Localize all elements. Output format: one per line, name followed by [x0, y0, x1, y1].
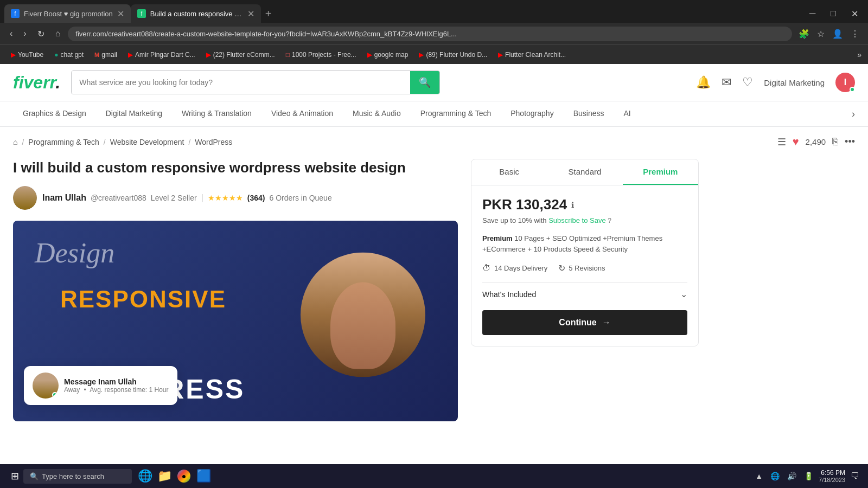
- favorites-heart-icon[interactable]: ♡: [742, 75, 753, 89]
- messages-icon[interactable]: ✉: [722, 75, 731, 89]
- subscribe-link[interactable]: Subscribe to Save: [548, 216, 606, 224]
- seller-avatar[interactable]: [13, 186, 37, 210]
- reload-button[interactable]: ↻: [34, 27, 48, 41]
- cat-digital-marketing[interactable]: Digital Marketing: [96, 101, 172, 126]
- bookmark-flutter-ecomm[interactable]: ▶ (22) Flutter eComm...: [202, 49, 279, 60]
- tab-close-1[interactable]: ✕: [117, 9, 124, 19]
- bookmark-gmail[interactable]: M gmail: [90, 49, 122, 60]
- cat-graphics-design[interactable]: Graphics & Design: [13, 101, 96, 126]
- bookmark-1000-projects[interactable]: □ 1000 Projects - Free...: [282, 49, 361, 60]
- search-input[interactable]: [72, 71, 410, 94]
- forward-button[interactable]: ›: [20, 27, 29, 41]
- taskbar-icon-edge[interactable]: 🌐: [136, 467, 154, 485]
- cat-business[interactable]: Business: [564, 101, 614, 126]
- bookmark-google-map[interactable]: ▶ google map: [363, 49, 413, 60]
- bookmark-gmap-label: google map: [374, 51, 409, 59]
- cat-ai[interactable]: AI: [614, 101, 640, 126]
- taskbar-icon-explorer[interactable]: 📁: [156, 467, 173, 485]
- more-options-icon[interactable]: •••: [845, 136, 855, 147]
- taskbar-icon-chrome[interactable]: ●: [175, 467, 193, 485]
- new-tab-button[interactable]: +: [261, 8, 276, 20]
- avatar-online-dot: [850, 87, 855, 92]
- minimize-button[interactable]: ─: [804, 7, 821, 21]
- like-heart-icon[interactable]: ♥: [793, 136, 799, 148]
- cat-video-animation[interactable]: Video & Animation: [261, 101, 343, 126]
- breadcrumb-home[interactable]: ⌂: [13, 138, 17, 146]
- divider-1: |: [201, 193, 203, 203]
- bookmark-star-icon[interactable]: ☆: [815, 27, 827, 41]
- notification-chat-icon[interactable]: 🗨: [848, 469, 861, 483]
- start-button[interactable]: ⊞: [7, 466, 23, 486]
- bookmark-youtube[interactable]: ▶ YouTube: [7, 49, 48, 60]
- cat-photography[interactable]: Photography: [501, 101, 563, 126]
- breadcrumb-website-dev[interactable]: Website Development: [110, 138, 184, 146]
- seller-name[interactable]: Inam Ullah: [42, 193, 86, 203]
- notification-bell-icon[interactable]: 🔔: [696, 75, 711, 89]
- taskbar-search-icon: 🔍: [30, 472, 39, 480]
- maximize-button[interactable]: □: [825, 7, 841, 21]
- cat-nav-more-icon[interactable]: ›: [852, 108, 855, 120]
- breadcrumb-prog-tech[interactable]: Programming & Tech: [28, 138, 99, 146]
- breadcrumb-wordpress[interactable]: WordPress: [195, 138, 232, 146]
- tray-network-icon[interactable]: 🌐: [768, 470, 782, 483]
- projects-favicon: □: [286, 51, 290, 59]
- orders-link[interactable]: Digital Marketing: [764, 78, 825, 87]
- bookmark-flutter-clean[interactable]: ▶ Flutter Clean Archit...: [494, 49, 570, 60]
- price-info-icon[interactable]: ℹ: [571, 201, 574, 209]
- bookmark-amir[interactable]: ▶ Amir Pingar Dart C...: [124, 49, 200, 60]
- pricing-tab-basic[interactable]: Basic: [471, 159, 547, 185]
- chatgpt-favicon: ●: [54, 51, 58, 59]
- flutter-clean-favicon: ▶: [498, 51, 503, 59]
- system-clock[interactable]: 6:56 PM 7/18/2023: [819, 469, 845, 483]
- url-input[interactable]: [68, 27, 792, 41]
- bookmark-flutter-undo[interactable]: ▶ (89) Flutter Undo D...: [414, 49, 492, 60]
- responsive-text: RESPONSIVE: [13, 286, 273, 313]
- rating-count: (364): [247, 194, 265, 202]
- taskbar-icon-vscode[interactable]: 🟦: [195, 467, 212, 485]
- user-avatar[interactable]: I: [835, 73, 855, 92]
- cat-music-audio[interactable]: Music & Audio: [343, 101, 411, 126]
- breadcrumb-sep-2: /: [104, 138, 106, 146]
- whats-included-row[interactable]: What's Included ⌄: [482, 282, 687, 306]
- extensions-icon[interactable]: 🧩: [796, 27, 812, 41]
- pricing-tab-premium[interactable]: Premium: [623, 159, 698, 185]
- pricing-tab-standard[interactable]: Standard: [547, 159, 622, 185]
- menu-icon[interactable]: ⋮: [848, 27, 861, 41]
- gig-title: I will build a custom responsive wordpre…: [13, 159, 458, 177]
- cat-writing-translation[interactable]: Writing & Translation: [172, 101, 261, 126]
- breadcrumb-sep-1: /: [22, 138, 24, 146]
- tray-up-arrow-icon[interactable]: ▲: [753, 470, 765, 483]
- tab-close-2[interactable]: ✕: [247, 9, 254, 19]
- online-status-dot: [52, 392, 58, 397]
- logo-dot: .: [55, 73, 60, 92]
- browser-tab-2[interactable]: f Build a custom responsive wor... ✕: [131, 4, 261, 23]
- profile-icon[interactable]: 👤: [830, 27, 845, 41]
- revision-icon: ↻: [558, 263, 565, 273]
- close-button[interactable]: ✕: [846, 7, 864, 21]
- whats-included-label: What's Included: [482, 290, 536, 299]
- person-circle: [301, 252, 425, 377]
- subscribe-help-icon[interactable]: ?: [608, 217, 611, 224]
- search-icon: 🔍: [419, 77, 431, 88]
- clock-icon: ⏱: [482, 264, 491, 273]
- share-icon[interactable]: ⎘: [832, 136, 838, 147]
- message-popup[interactable]: Message Inam Ullah Away • Avg. response …: [24, 366, 177, 405]
- pricing-card: Basic Standard Premium PKR 130,324 ℹ Sav…: [471, 159, 699, 346]
- continue-button[interactable]: Continue →: [482, 310, 687, 335]
- fiverr-logo[interactable]: fiverr.: [13, 73, 60, 93]
- back-button[interactable]: ‹: [7, 27, 16, 41]
- cat-programming-tech[interactable]: Programming & Tech: [411, 101, 501, 126]
- bookmarks-more-button[interactable]: »: [857, 50, 861, 59]
- list-view-icon[interactable]: ☰: [777, 136, 786, 148]
- browser-tab-1[interactable]: f Fiverr Boost ♥ gig promotion ✕: [4, 4, 131, 23]
- taskbar-search[interactable]: 🔍 Type here to search: [23, 469, 132, 484]
- home-button[interactable]: ⌂: [52, 27, 64, 41]
- whats-included-chevron-icon: ⌄: [680, 289, 687, 299]
- tray-volume-icon[interactable]: 🔊: [785, 470, 799, 483]
- bookmark-chatgpt[interactable]: ● chat gpt: [50, 49, 88, 60]
- package-description: Premium 10 Pages + SEO Optimized +Premiu…: [482, 233, 687, 254]
- bookmark-flutter-undo-label: (89) Flutter Undo D...: [426, 51, 487, 59]
- search-button[interactable]: 🔍: [410, 71, 439, 94]
- gig-image: Design RESPONSIVE WORDPRESS: [13, 221, 458, 421]
- tray-battery-icon[interactable]: 🔋: [802, 470, 815, 483]
